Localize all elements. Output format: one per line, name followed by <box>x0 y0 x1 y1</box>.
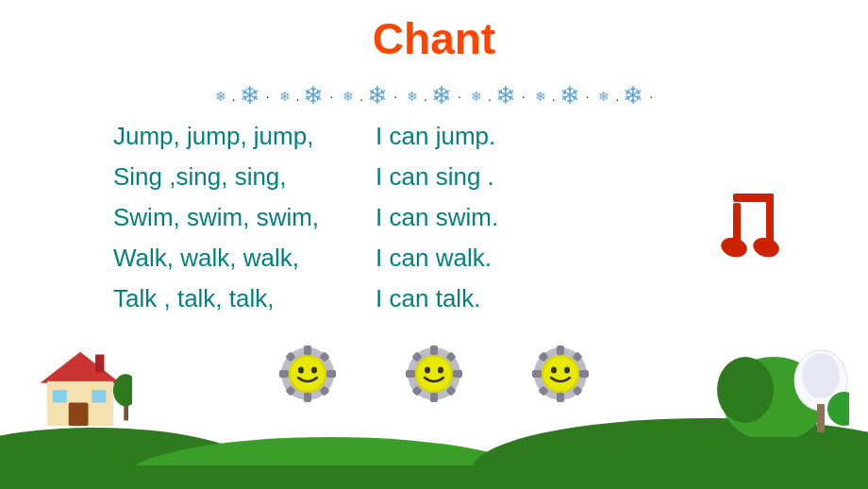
svg-rect-52 <box>557 393 564 402</box>
chant-line-1-right: I can jump. <box>376 120 498 153</box>
chant-line-2-right: I can sing . <box>376 160 498 194</box>
svg-marker-10 <box>41 352 121 383</box>
snowflake-big-4: ❄ <box>431 81 452 110</box>
snowflake-small-1: ❄ <box>215 89 226 104</box>
svg-rect-27 <box>279 370 289 378</box>
svg-rect-39 <box>430 393 438 402</box>
gear-smiley-3 <box>530 344 591 404</box>
svg-point-48 <box>425 367 430 374</box>
snowflake-big-6: ❄ <box>559 81 580 110</box>
gear-smiley-row <box>277 344 591 404</box>
chant-left-column: Jump, jump, jump, Sing ,sing, sing, Swim… <box>113 120 319 315</box>
svg-point-21 <box>802 353 840 398</box>
svg-rect-22 <box>817 404 825 432</box>
snowflake-big-1: ❄ <box>240 81 260 110</box>
svg-rect-40 <box>406 370 415 378</box>
snowflake-big-7: ❄ <box>623 81 643 110</box>
svg-point-62 <box>564 367 570 374</box>
snowflake-decoration: ❄ . ❄ · ❄ . ❄ · ❄ . ❄ · ❄ . ❄ · ❄ . ❄ · … <box>0 81 868 110</box>
svg-rect-38 <box>430 346 438 355</box>
svg-rect-28 <box>326 370 336 378</box>
svg-rect-2 <box>733 194 774 202</box>
svg-point-60 <box>543 357 577 391</box>
chant-line-5-right: I can talk. <box>376 282 498 315</box>
svg-rect-12 <box>69 403 89 427</box>
svg-rect-26 <box>304 393 311 402</box>
snowflake-small-5: ❄ <box>471 89 482 104</box>
svg-point-3 <box>751 235 781 261</box>
gear-smiley-2 <box>404 344 464 404</box>
svg-rect-9 <box>0 465 868 489</box>
svg-point-4 <box>719 235 749 261</box>
chant-right-column: I can jump. I can sing . I can swim. I c… <box>376 120 498 315</box>
svg-point-47 <box>417 357 451 391</box>
chant-line-5-left: Talk , talk, talk, <box>113 282 319 315</box>
music-note-icon <box>698 189 783 301</box>
svg-rect-14 <box>92 390 106 402</box>
chant-line-4-left: Walk, walk, walk, <box>113 242 319 275</box>
trees-right-icon <box>717 333 849 437</box>
svg-point-17 <box>113 374 132 406</box>
svg-rect-54 <box>579 370 589 378</box>
snowflake-big-2: ❄ <box>303 81 324 110</box>
svg-point-35 <box>298 367 304 374</box>
snowflake-small-2: ❄ <box>279 89 291 104</box>
snowflake-small-6: ❄ <box>535 89 546 104</box>
gear-smiley-1 <box>277 344 338 404</box>
chant-line-2-left: Sing ,sing, sing, <box>113 160 319 194</box>
snowflake-big-5: ❄ <box>495 81 516 110</box>
svg-point-34 <box>291 357 325 391</box>
svg-rect-25 <box>304 346 311 355</box>
snowflake-big-3: ❄ <box>367 81 388 110</box>
svg-rect-13 <box>53 390 67 402</box>
svg-point-61 <box>551 367 557 374</box>
house-icon <box>28 347 132 428</box>
svg-rect-15 <box>95 355 104 373</box>
snowflake-small-7: ❄ <box>598 89 609 104</box>
chant-line-3-right: I can swim. <box>376 201 498 234</box>
page-title: Chant <box>0 0 868 64</box>
svg-rect-41 <box>453 370 462 378</box>
chant-line-4-right: I can walk. <box>376 242 498 275</box>
chant-line-1-left: Jump, jump, jump, <box>113 120 319 153</box>
svg-rect-53 <box>532 370 542 378</box>
svg-point-36 <box>311 367 317 374</box>
svg-point-49 <box>438 367 443 374</box>
snowflake-small-4: ❄ <box>407 89 418 104</box>
snowflake-small-3: ❄ <box>342 89 354 104</box>
svg-rect-51 <box>557 346 564 355</box>
chant-line-3-left: Swim, swim, swim, <box>113 201 319 234</box>
svg-point-19 <box>717 357 774 423</box>
